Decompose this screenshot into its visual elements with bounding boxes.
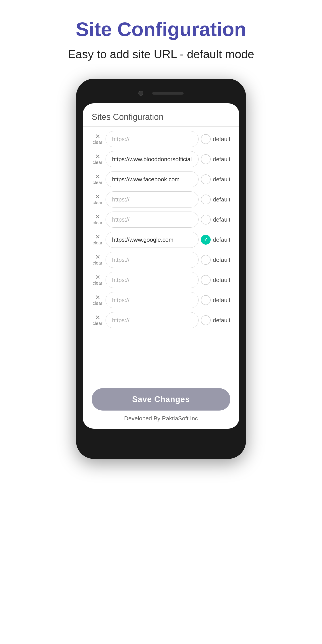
default-radio-8[interactable] — [201, 275, 211, 285]
clear-button-6[interactable]: ✕ clear — [92, 234, 103, 246]
default-label: default — [213, 196, 230, 203]
default-radio-6[interactable] — [201, 235, 211, 245]
phone-notch — [83, 86, 239, 101]
default-label: default — [213, 236, 230, 243]
default-container-7: default — [201, 255, 230, 265]
site-row: ✕ clear default — [92, 272, 230, 288]
default-radio-2[interactable] — [201, 154, 211, 164]
default-radio-3[interactable] — [201, 174, 211, 184]
default-label: default — [213, 276, 230, 284]
clear-label: clear — [92, 180, 102, 185]
close-icon: ✕ — [95, 254, 100, 260]
close-icon: ✕ — [95, 234, 100, 240]
default-label: default — [213, 297, 230, 304]
site-row: ✕ clear default — [92, 131, 230, 147]
clear-label: clear — [92, 200, 102, 205]
clear-button-7[interactable]: ✕ clear — [92, 254, 103, 266]
phone-screen: Sites Configuration ✕ clear default ✕ cl… — [83, 103, 239, 429]
default-radio-4[interactable] — [201, 194, 211, 204]
default-container-6: default — [201, 235, 230, 245]
footer-text: Developed By PaktiaSoft Inc — [83, 415, 239, 429]
close-icon: ✕ — [95, 294, 100, 300]
default-radio-5[interactable] — [201, 215, 211, 224]
default-container-5: default — [201, 215, 230, 224]
save-changes-button[interactable]: Save Changes — [92, 388, 230, 410]
url-input-3[interactable] — [106, 171, 198, 188]
default-radio-1[interactable] — [201, 134, 211, 144]
close-icon: ✕ — [95, 194, 100, 200]
clear-label: clear — [92, 160, 102, 165]
default-label: default — [213, 216, 230, 223]
site-row: ✕ clear default — [92, 292, 230, 308]
default-radio-10[interactable] — [201, 315, 211, 325]
clear-button-2[interactable]: ✕ clear — [92, 154, 103, 165]
empty-area — [83, 337, 239, 382]
clear-button-9[interactable]: ✕ clear — [92, 294, 103, 306]
camera-icon — [138, 91, 143, 96]
sites-list: ✕ clear default ✕ clear default ✕ clear … — [83, 126, 239, 337]
default-label: default — [213, 317, 230, 324]
clear-button-8[interactable]: ✕ clear — [92, 274, 103, 286]
default-container-10: default — [201, 315, 230, 325]
clear-label: clear — [92, 300, 102, 306]
default-radio-7[interactable] — [201, 255, 211, 265]
site-row: ✕ clear default — [92, 192, 230, 208]
default-radio-9[interactable] — [201, 295, 211, 305]
default-label: default — [213, 176, 230, 183]
url-input-2[interactable] — [106, 151, 198, 167]
page-subtitle: Easy to add site URL - default mode — [68, 48, 254, 61]
url-input-5[interactable] — [106, 212, 198, 228]
sites-configuration-title: Sites Configuration — [92, 112, 164, 122]
default-label: default — [213, 156, 230, 163]
default-label: default — [213, 256, 230, 264]
clear-label: clear — [92, 140, 102, 145]
url-input-8[interactable] — [106, 272, 198, 288]
close-icon: ✕ — [95, 174, 100, 180]
default-container-4: default — [201, 194, 230, 204]
default-container-9: default — [201, 295, 230, 305]
close-icon: ✕ — [95, 214, 100, 220]
default-container-3: default — [201, 174, 230, 184]
default-label: default — [213, 136, 230, 143]
site-row: ✕ clear default — [92, 212, 230, 228]
close-icon: ✕ — [95, 133, 100, 140]
url-input-4[interactable] — [106, 192, 198, 208]
url-input-10[interactable] — [106, 312, 198, 328]
clear-label: clear — [92, 280, 102, 286]
phone-frame: Sites Configuration ✕ clear default ✕ cl… — [76, 79, 246, 459]
close-icon: ✕ — [95, 314, 100, 321]
site-row: ✕ clear default — [92, 252, 230, 268]
site-row: ✕ clear default — [92, 171, 230, 188]
site-row: ✕ clear default — [92, 312, 230, 328]
clear-label: clear — [92, 260, 102, 266]
clear-label: clear — [92, 220, 102, 226]
close-icon: ✕ — [95, 274, 100, 280]
speaker-icon — [152, 92, 184, 94]
close-icon: ✕ — [95, 154, 100, 160]
clear-label: clear — [92, 240, 102, 246]
url-input-6[interactable] — [106, 232, 198, 248]
page-title: Site Configuration — [76, 18, 246, 41]
site-row: ✕ clear default — [92, 232, 230, 248]
clear-label: clear — [92, 321, 102, 326]
default-container-1: default — [201, 134, 230, 144]
url-input-1[interactable] — [106, 131, 198, 147]
url-input-7[interactable] — [106, 252, 198, 268]
default-container-8: default — [201, 275, 230, 285]
site-row: ✕ clear default — [92, 151, 230, 167]
app-header: Sites Configuration — [83, 103, 239, 126]
clear-button-10[interactable]: ✕ clear — [92, 314, 103, 326]
clear-button-1[interactable]: ✕ clear — [92, 133, 103, 145]
clear-button-3[interactable]: ✕ clear — [92, 174, 103, 185]
clear-button-5[interactable]: ✕ clear — [92, 214, 103, 226]
default-container-2: default — [201, 154, 230, 164]
clear-button-4[interactable]: ✕ clear — [92, 194, 103, 205]
url-input-9[interactable] — [106, 292, 198, 308]
